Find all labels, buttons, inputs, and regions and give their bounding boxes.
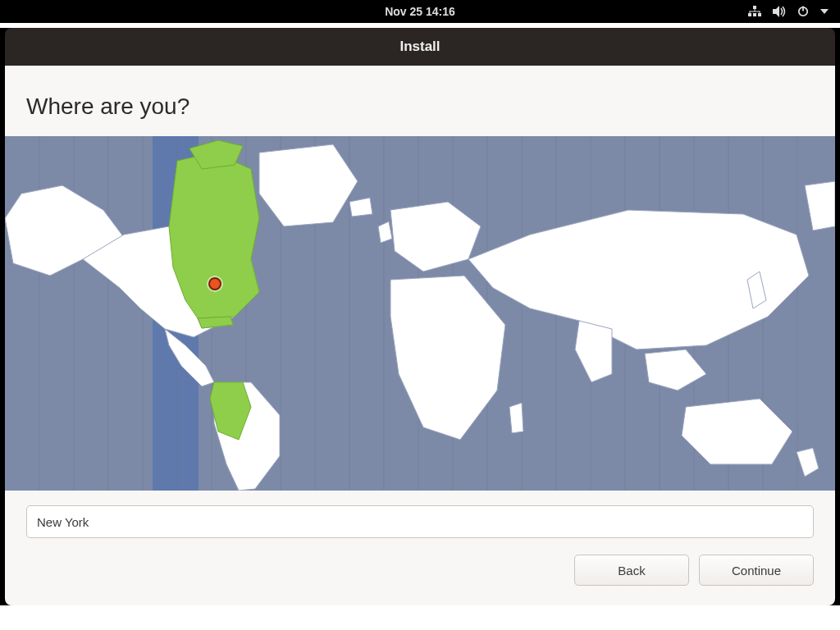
svg-rect-5 (750, 11, 760, 12)
gnome-topbar: Nov 25 14:16 (0, 0, 840, 23)
svg-rect-1 (748, 13, 751, 16)
window-title: Install (399, 39, 440, 55)
chevron-down-icon[interactable] (820, 9, 829, 14)
network-icon[interactable] (748, 6, 761, 17)
svg-rect-2 (753, 13, 756, 16)
location-input[interactable] (26, 505, 814, 538)
back-button[interactable]: Back (574, 555, 689, 586)
svg-rect-0 (753, 6, 756, 9)
svg-rect-3 (758, 13, 761, 16)
page-heading: Where are you? (5, 85, 835, 136)
installer-page: Where are you? (5, 66, 835, 605)
continue-button[interactable]: Continue (699, 555, 814, 586)
svg-marker-8 (773, 6, 779, 17)
location-pin (208, 277, 221, 290)
timezone-map[interactable] (5, 136, 835, 491)
window-titlebar: Install (5, 28, 835, 66)
svg-rect-10 (802, 7, 804, 11)
world-map-svg (5, 136, 835, 491)
svg-rect-7 (760, 11, 760, 14)
system-status-area[interactable] (748, 0, 829, 23)
volume-icon[interactable] (773, 6, 786, 17)
svg-rect-6 (750, 11, 751, 14)
clock: Nov 25 14:16 (385, 5, 455, 18)
power-icon[interactable] (797, 6, 809, 17)
